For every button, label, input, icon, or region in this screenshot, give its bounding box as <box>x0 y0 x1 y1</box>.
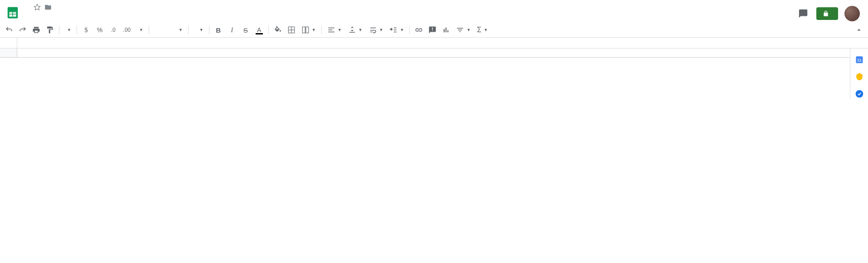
filter-dropdown[interactable]: ▼ <box>454 25 472 35</box>
menu-insert[interactable] <box>46 13 53 17</box>
strikethrough-icon[interactable]: S <box>240 24 251 35</box>
sheets-logo-icon[interactable] <box>4 4 22 22</box>
svg-marker-5 <box>34 4 40 10</box>
collapse-toolbar-icon[interactable] <box>853 24 864 35</box>
svg-point-13 <box>855 90 863 98</box>
side-panel: 31 <box>850 49 868 98</box>
merge-cells-dropdown[interactable]: ▼ <box>300 25 318 35</box>
avatar[interactable] <box>844 6 860 21</box>
menu-help[interactable] <box>82 13 89 17</box>
bold-icon[interactable]: B <box>213 24 224 35</box>
menu-file[interactable] <box>24 13 31 17</box>
font-size-dropdown[interactable]: ▼ <box>192 27 205 33</box>
menu-data[interactable] <box>61 13 67 17</box>
vertical-align-dropdown[interactable]: ▼ <box>346 25 364 35</box>
formula-input[interactable] <box>17 38 868 48</box>
comments-icon[interactable] <box>796 7 810 20</box>
svg-text:31: 31 <box>857 58 861 63</box>
fill-color-icon[interactable] <box>272 24 283 35</box>
move-folder-icon[interactable] <box>44 4 52 12</box>
menu-tools[interactable] <box>68 13 74 17</box>
insert-link-icon[interactable] <box>413 24 424 35</box>
menu-view[interactable] <box>39 13 45 17</box>
fx-icon[interactable] <box>0 38 17 48</box>
header <box>0 0 868 22</box>
menu-format[interactable] <box>53 13 60 17</box>
zoom-dropdown[interactable]: ▼ <box>63 27 73 33</box>
italic-icon[interactable]: I <box>227 24 238 35</box>
tasks-addon-icon[interactable] <box>855 89 864 98</box>
undo-icon[interactable] <box>4 24 15 35</box>
text-wrap-dropdown[interactable]: ▼ <box>367 25 385 35</box>
select-all-corner[interactable] <box>0 49 17 57</box>
insert-comment-icon[interactable] <box>427 24 438 35</box>
insert-chart-icon[interactable] <box>441 24 451 35</box>
text-rotation-dropdown[interactable]: ▼ <box>388 25 406 35</box>
svg-rect-4 <box>12 12 13 17</box>
menubar <box>24 13 796 17</box>
menu-edit[interactable] <box>32 13 38 17</box>
more-formats-dropdown[interactable]: ▼ <box>135 27 145 33</box>
print-icon[interactable] <box>31 24 42 35</box>
formula-bar <box>0 38 868 49</box>
spreadsheet-grid[interactable] <box>0 49 850 58</box>
toolbar: ▼ $ % .0 .00 ▼ ▼ ▼ B I S A ▼ ▼ ▼ ▼ ▼ ▼ Σ… <box>0 23 868 38</box>
font-dropdown[interactable]: ▼ <box>153 27 184 33</box>
borders-icon[interactable] <box>286 24 297 35</box>
title-area <box>24 4 796 17</box>
horizontal-align-dropdown[interactable]: ▼ <box>325 25 344 35</box>
keep-addon-icon[interactable] <box>855 72 864 81</box>
decrease-decimal-icon[interactable]: .0 <box>108 24 119 35</box>
menu-addons[interactable] <box>75 13 82 17</box>
star-icon[interactable] <box>34 4 41 12</box>
paint-format-icon[interactable] <box>44 24 55 35</box>
redo-icon[interactable] <box>17 24 28 35</box>
doc-title[interactable] <box>24 7 30 9</box>
svg-rect-10 <box>306 27 309 33</box>
calendar-addon-icon[interactable]: 31 <box>855 55 864 64</box>
format-percent-icon[interactable]: % <box>94 24 105 35</box>
format-currency-icon[interactable]: $ <box>81 24 92 35</box>
increase-decimal-icon[interactable]: .00 <box>121 24 132 35</box>
functions-dropdown[interactable]: Σ▼ <box>475 25 490 35</box>
svg-rect-9 <box>302 27 305 33</box>
text-color-icon[interactable]: A <box>254 24 265 35</box>
share-button[interactable] <box>816 7 838 20</box>
